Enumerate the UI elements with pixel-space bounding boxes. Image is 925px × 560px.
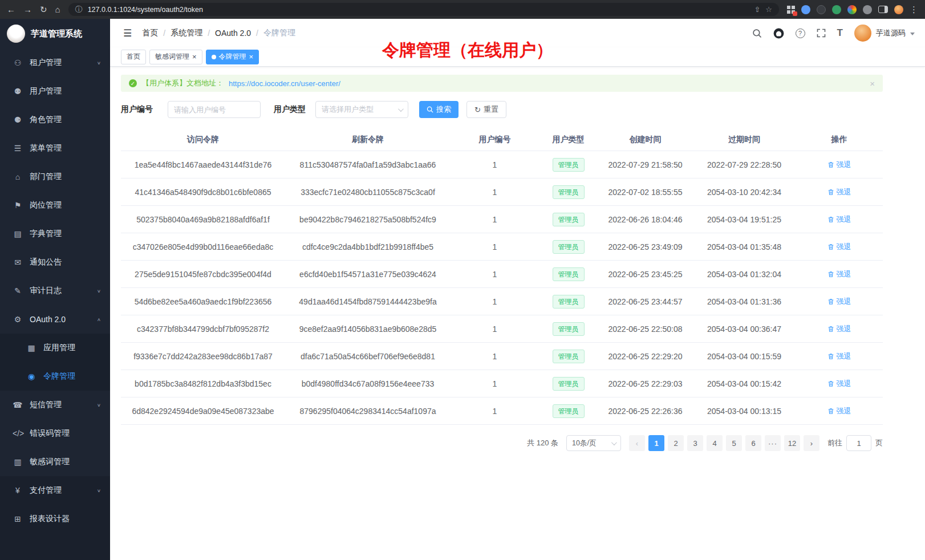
sidebar-item[interactable]: </> 错误码管理: [0, 419, 110, 448]
search-button[interactable]: [752, 29, 762, 38]
reset-button[interactable]: ↻ 重置: [466, 101, 506, 118]
action-cell: 强退: [796, 324, 883, 334]
next-page-button[interactable]: ›: [804, 435, 819, 451]
search-submit-button[interactable]: 搜索: [419, 101, 459, 118]
user-menu[interactable]: 芋道源码: [854, 25, 915, 42]
page-button[interactable]: 3: [687, 435, 703, 451]
sidebar-item[interactable]: ⊞ 报表设计器: [0, 505, 110, 533]
force-logout-button[interactable]: 强退: [827, 351, 851, 362]
extension-gray-icon[interactable]: [863, 5, 872, 14]
table-row: 6d842e2924594de9a09e45e087323abe 8796295…: [121, 397, 883, 425]
force-logout-button[interactable]: 强退: [827, 324, 851, 334]
sidebar-panel-icon[interactable]: [878, 6, 888, 13]
alert-close-icon[interactable]: ×: [870, 79, 875, 88]
chevron-down-icon: [910, 33, 915, 35]
sidebar-item[interactable]: ✎ 审计日志 ∨: [0, 277, 110, 305]
url-text: 127.0.0.1:1024/system/oauth2/token: [88, 6, 749, 14]
browser-menu-icon[interactable]: ⋮: [910, 5, 918, 14]
doc-link[interactable]: https://doc.iocoder.cn/user-center/: [229, 79, 340, 88]
breadcrumb-item[interactable]: 系统管理 /: [171, 28, 210, 38]
font-size-button[interactable]: T: [837, 27, 843, 39]
extensions-puzzle-icon[interactable]: [847, 5, 857, 14]
fullscreen-button[interactable]: [817, 29, 826, 38]
sidebar-item[interactable]: ☎ 短信管理 ∨: [0, 391, 110, 419]
prev-page-button[interactable]: ‹: [629, 435, 645, 451]
tab-close-icon[interactable]: ×: [249, 53, 254, 60]
breadcrumb-item[interactable]: 首页 /: [142, 28, 165, 38]
page-size-select[interactable]: 10条/页: [566, 435, 621, 451]
sidebar-toggle-icon[interactable]: ☰: [123, 27, 132, 39]
app-logo[interactable]: 芋道管理系统: [0, 19, 110, 48]
page-button[interactable]: ···: [765, 435, 781, 451]
browser-back-icon[interactable]: ←: [7, 5, 15, 14]
tab[interactable]: 敏感词管理 ×: [149, 50, 202, 64]
payment-icon: ¥: [13, 486, 23, 495]
sidebar-menu: ⚇ 租户管理 ∨ ⚉ 用户管理 ⚈ 角色管理 ☰ 菜单管理 ⌂ 部门管理 ⚑ 岗…: [0, 48, 110, 560]
sidebar-item[interactable]: ⚉ 用户管理: [0, 77, 110, 105]
token-table: 访问令牌刷新令牌用户编号用户类型创建时间过期时间操作 1ea5e44f8bc14…: [121, 128, 883, 425]
force-logout-button[interactable]: 强退: [827, 379, 851, 389]
page-button[interactable]: 1: [648, 435, 664, 451]
user-type-badge: 管理员: [553, 185, 585, 199]
browser-home-icon[interactable]: ⌂: [55, 5, 60, 14]
sidebar-item[interactable]: ▥ 敏感词管理: [0, 448, 110, 476]
sidebar-item-label: 短信管理: [30, 400, 90, 410]
page-button[interactable]: 2: [668, 435, 684, 451]
site-info-icon[interactable]: ⓘ: [75, 5, 83, 15]
action-cell: 强退: [796, 214, 883, 225]
force-logout-button[interactable]: 强退: [827, 406, 851, 416]
breadcrumb-item[interactable]: OAuth 2.0 /: [215, 29, 258, 38]
extension-grid-icon[interactable]: [787, 6, 795, 14]
force-logout-button[interactable]: 强退: [827, 214, 851, 225]
force-logout-button[interactable]: 强退: [827, 297, 851, 307]
sidebar-item[interactable]: ⚇ 租户管理 ∨: [0, 48, 110, 77]
force-logout-button[interactable]: 强退: [827, 269, 851, 279]
page-button[interactable]: 6: [745, 435, 761, 451]
user-type-select[interactable]: 请选择用户类型: [315, 101, 408, 118]
sidebar-item[interactable]: ☰ 菜单管理: [0, 134, 110, 163]
page-button[interactable]: 4: [707, 435, 723, 451]
github-button[interactable]: [773, 28, 784, 39]
sidebar-item[interactable]: ▦ 应用管理: [0, 334, 110, 362]
help-button[interactable]: ?: [796, 29, 805, 38]
page-button[interactable]: 12: [784, 435, 800, 451]
total-count: 共 120 条: [527, 438, 558, 448]
force-logout-button[interactable]: 强退: [827, 160, 851, 170]
extension-dark-icon[interactable]: [817, 5, 826, 14]
chevron-icon: ∨: [97, 488, 101, 493]
tab-close-icon[interactable]: ×: [192, 53, 197, 60]
chevron-icon: ∨: [97, 403, 101, 408]
sidebar-item[interactable]: ⚑ 岗位管理: [0, 191, 110, 220]
address-bar[interactable]: ⓘ 127.0.0.1:1024/system/oauth2/token ⇧ ☆: [68, 3, 779, 16]
main-area: ☰ 首页 / 系统管理 / OAuth 2.0 / 令牌管理 ?: [110, 19, 925, 560]
share-icon[interactable]: ⇧: [754, 5, 760, 14]
force-logout-label: 强退: [837, 297, 851, 307]
sidebar-item[interactable]: ⚙ OAuth 2.0 ∧: [0, 305, 110, 334]
goto-page-input[interactable]: [846, 435, 871, 451]
sidebar-item[interactable]: ▤ 字典管理: [0, 220, 110, 248]
force-logout-label: 强退: [837, 242, 851, 252]
user-id-input[interactable]: [168, 101, 261, 118]
sidebar-item[interactable]: ✉ 通知公告: [0, 248, 110, 277]
tab[interactable]: 首页: [121, 50, 146, 64]
force-logout-button[interactable]: 强退: [827, 242, 851, 252]
extension-green-icon[interactable]: [832, 5, 841, 14]
browser-profile-avatar[interactable]: [894, 5, 903, 14]
search-icon: [427, 106, 433, 113]
sidebar-item[interactable]: ⚈ 角色管理: [0, 105, 110, 134]
extension-blue-icon[interactable]: [801, 5, 810, 14]
browser-reload-icon[interactable]: ↻: [40, 5, 47, 14]
sidebar-item[interactable]: ⌂ 部门管理: [0, 163, 110, 191]
breadcrumb-label: OAuth 2.0: [215, 29, 251, 38]
top-header: ☰ 首页 / 系统管理 / OAuth 2.0 / 令牌管理 ?: [110, 19, 925, 47]
delete-icon: [827, 189, 834, 196]
force-logout-button[interactable]: 强退: [827, 187, 851, 197]
bookmark-star-icon[interactable]: ☆: [765, 5, 772, 14]
sidebar-item[interactable]: ¥ 支付管理 ∨: [0, 476, 110, 505]
breadcrumb-item[interactable]: 令牌管理: [263, 28, 295, 38]
page-button[interactable]: 5: [726, 435, 742, 451]
sidebar-item-label: 支付管理: [30, 485, 90, 496]
browser-forward-icon[interactable]: →: [23, 5, 32, 14]
tab[interactable]: 令牌管理 ×: [206, 50, 259, 64]
sidebar-item[interactable]: ◉ 令牌管理: [0, 362, 110, 391]
